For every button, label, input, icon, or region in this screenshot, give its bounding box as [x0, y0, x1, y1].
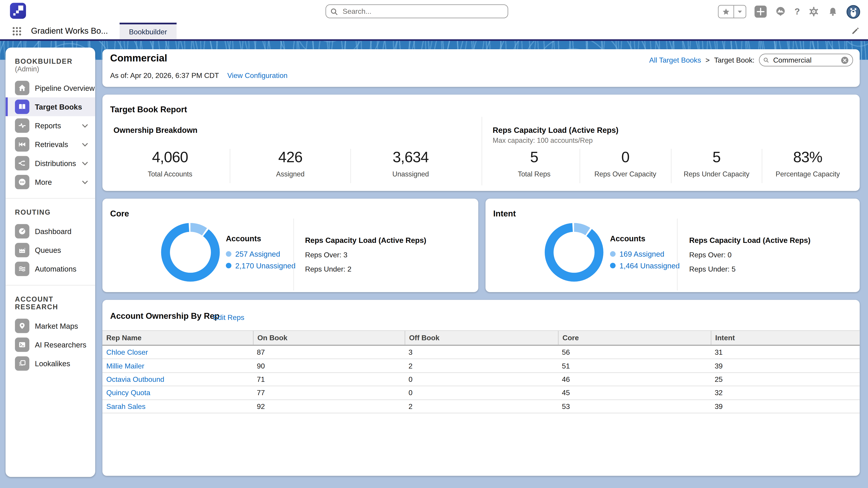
- sidebar: BOOKBUILDER (Admin) Pipeline Overview Ta…: [5, 48, 95, 477]
- core-assigned-link[interactable]: 257 Assigned: [235, 250, 280, 258]
- core-card: Core Accounts 257 Assigned 2,170 Unassig…: [102, 199, 478, 292]
- intent-reps-under: Reps Under: 5: [689, 265, 810, 273]
- breadcrumb-label: Target Book:: [714, 56, 754, 64]
- core-unassigned-link[interactable]: 2,170 Unassigned: [235, 261, 296, 270]
- sidebar-item-reports[interactable]: Reports: [5, 116, 95, 135]
- branch-icon: [15, 156, 29, 170]
- rep-name-link[interactable]: Quincy Quota: [106, 389, 150, 397]
- tab-bookbuilder[interactable]: Bookbuilder: [120, 23, 176, 39]
- sidebar-item-queues[interactable]: Queues: [5, 240, 95, 259]
- assigned-dot: [226, 251, 231, 257]
- app-window: ?: [0, 0, 868, 488]
- intent-capacity: Reps Capacity Load (Active Reps) Reps Ov…: [689, 236, 810, 273]
- rep-name-link[interactable]: Chloe Closer: [106, 348, 148, 357]
- layers-icon: [15, 356, 29, 371]
- core-divider: [293, 219, 294, 290]
- notifications-bell-icon[interactable]: [828, 6, 838, 17]
- table-row: Sarah Sales 92 2 53 39: [102, 400, 860, 414]
- setup-gear-icon[interactable]: [808, 6, 819, 17]
- cell-on-book: 87: [253, 346, 405, 359]
- star-icon[interactable]: [719, 5, 734, 18]
- factory-icon: [15, 243, 29, 257]
- rep-name-link[interactable]: Millie Mailer: [106, 362, 144, 370]
- cell-off-book: 3: [405, 346, 558, 359]
- sidebar-divider: [5, 285, 95, 285]
- quick-add-icon[interactable]: [754, 5, 767, 18]
- favorites-caret-icon[interactable]: [734, 5, 746, 18]
- guidance-icon[interactable]: [775, 6, 786, 17]
- breadcrumb-separator: >: [706, 56, 710, 64]
- sidebar-item-market-maps[interactable]: Market Maps: [5, 317, 95, 335]
- cell-intent: 31: [711, 346, 860, 359]
- stat-total-accounts: 4,060Total Accounts: [110, 149, 230, 183]
- cell-on-book: 77: [253, 386, 405, 399]
- target-book-search[interactable]: [759, 54, 853, 66]
- rep-name-link[interactable]: Octavia Outbound: [106, 375, 164, 383]
- home-icon: [15, 81, 29, 95]
- target-book-report-card: Target Book Report Ownership Breakdown 4…: [102, 95, 860, 191]
- core-capacity: Reps Capacity Load (Active Reps) Reps Ov…: [305, 236, 426, 273]
- stat-reps-over: 0Reps Over Capacity: [579, 149, 671, 183]
- sidebar-item-dashboard[interactable]: Dashboard: [5, 222, 95, 240]
- cell-intent: 25: [711, 373, 860, 386]
- chevron-down-icon: [81, 141, 89, 148]
- cell-off-book: 2: [405, 359, 558, 372]
- rep-name-link[interactable]: Sarah Sales: [106, 402, 145, 411]
- gauge-icon: [15, 224, 29, 238]
- app-launcher-waffle-icon[interactable]: [12, 27, 22, 36]
- map-pin-icon: [15, 319, 29, 333]
- cell-on-book: 71: [253, 373, 405, 386]
- sidebar-item-automations[interactable]: Automations: [5, 260, 95, 278]
- edit-nav-pencil-icon[interactable]: [851, 27, 859, 35]
- help-icon[interactable]: ?: [795, 6, 800, 17]
- global-header: ?: [0, 0, 868, 22]
- sidebar-item-lookalikes[interactable]: Lookalikes: [5, 354, 95, 373]
- intent-legend: Accounts 169 Assigned 1,464 Unassigned: [610, 234, 693, 273]
- sidebar-item-distributions[interactable]: Distributions: [5, 154, 95, 173]
- cell-on-book: 92: [253, 400, 405, 413]
- table-title: Account Ownership By Rep: [110, 311, 219, 320]
- ownership-stats: 4,060Total Accounts 426Assigned 3,634Una…: [110, 149, 470, 183]
- core-donut-chart: [160, 222, 221, 283]
- rep-table: Rep Name On Book Off Book Core Intent Ch…: [102, 330, 860, 413]
- view-configuration-link[interactable]: View Configuration: [227, 71, 287, 80]
- book-icon: [15, 100, 29, 114]
- user-avatar[interactable]: [846, 5, 860, 19]
- search-icon: [331, 7, 338, 15]
- sidebar-item-target-books[interactable]: Target Books: [5, 97, 95, 116]
- chevron-down-icon: [82, 160, 89, 167]
- rewind-icon: [15, 137, 29, 152]
- capacity-stats: 5Total Reps 0Reps Over Capacity 5Reps Un…: [489, 149, 853, 183]
- unassigned-dot: [610, 263, 616, 268]
- global-search-input[interactable]: [342, 6, 503, 16]
- cell-core: 46: [558, 373, 711, 386]
- sidebar-item-ai-researchers[interactable]: AI Researchers: [5, 335, 95, 354]
- ellipsis-icon: [15, 175, 29, 189]
- core-reps-over: Reps Over: 3: [305, 251, 426, 259]
- target-book-search-input[interactable]: [772, 55, 837, 65]
- col-intent: Intent: [711, 331, 860, 345]
- favorites-button[interactable]: [718, 5, 746, 18]
- global-search[interactable]: [326, 4, 508, 18]
- table-header-row: Rep Name On Book Off Book Core Intent: [102, 330, 860, 346]
- cell-intent: 39: [711, 400, 860, 413]
- clear-icon[interactable]: [841, 56, 848, 64]
- sidebar-item-retrievals[interactable]: Retrievals: [5, 135, 95, 154]
- reps-capacity-title: Reps Capacity Load (Active Reps): [493, 126, 618, 134]
- core-title: Core: [110, 208, 129, 218]
- intent-unassigned-link[interactable]: 1,464 Unassigned: [619, 261, 680, 270]
- app-name: Gradient Works Bo...: [31, 22, 108, 39]
- ownership-breakdown-title: Ownership Breakdown: [114, 126, 197, 134]
- sidebar-heading: BOOKBUILDER (Admin): [15, 58, 95, 73]
- edit-reps-link[interactable]: Edit Reps: [213, 313, 244, 322]
- sidebar-item-more[interactable]: More: [5, 173, 95, 191]
- intent-assigned-link[interactable]: 169 Assigned: [619, 250, 664, 258]
- sidebar-divider: [5, 198, 95, 199]
- account-ownership-card: Account Ownership By Rep Edit Reps Rep N…: [102, 300, 860, 476]
- table-row: Millie Mailer 90 2 51 39: [102, 359, 860, 373]
- cell-core: 53: [558, 400, 711, 413]
- sidebar-item-pipeline-overview[interactable]: Pipeline Overview: [5, 78, 95, 97]
- assigned-dot: [610, 251, 616, 257]
- intent-divider: [677, 219, 677, 290]
- breadcrumb-all-target-books[interactable]: All Target Books: [649, 56, 701, 64]
